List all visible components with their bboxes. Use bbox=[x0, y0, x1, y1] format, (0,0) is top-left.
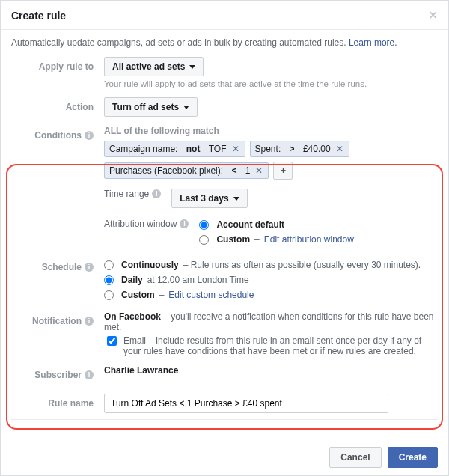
action-dropdown[interactable]: Turn off ad sets bbox=[104, 97, 198, 117]
row-rulename: Rule name bbox=[11, 389, 438, 418]
label-notification: Notification i bbox=[11, 311, 104, 331]
learn-more-link[interactable]: Learn more. bbox=[349, 37, 397, 48]
cancel-button[interactable]: Cancel bbox=[329, 447, 381, 468]
label-action: Action bbox=[11, 97, 104, 117]
apply-dropdown[interactable]: All active ad sets bbox=[104, 57, 204, 76]
schedule-continuous-radio[interactable]: Continuously – Rule runs as often as pos… bbox=[104, 257, 438, 272]
notification-facebook: On Facebook – you'll receive a notificat… bbox=[104, 311, 438, 332]
row-notification: Notification i On Facebook – you'll rece… bbox=[11, 307, 438, 361]
info-icon[interactable]: i bbox=[85, 317, 94, 326]
info-icon[interactable]: i bbox=[180, 219, 189, 228]
row-schedule: Schedule i Continuously – Rule runs as o… bbox=[11, 253, 438, 307]
info-icon[interactable]: i bbox=[85, 131, 94, 140]
apply-hint: Your rule will apply to ad sets that are… bbox=[104, 79, 438, 88]
modal-title: Create rule bbox=[11, 10, 66, 22]
label-apply: Apply rule to bbox=[11, 57, 104, 76]
attrib-default-radio[interactable]: Account default bbox=[199, 217, 353, 232]
intro-text: Automatically update campaigns, ad sets … bbox=[1, 30, 448, 52]
row-action: Action Turn off ad sets bbox=[11, 93, 438, 121]
chip-remove-icon[interactable]: ✕ bbox=[253, 165, 265, 176]
chevron-down-icon bbox=[183, 106, 189, 109]
create-button[interactable]: Create bbox=[388, 447, 438, 468]
modal-footer: Cancel Create bbox=[1, 439, 448, 475]
create-rule-modal: Create rule ✕ Automatically update campa… bbox=[0, 0, 449, 476]
condition-chip[interactable]: Spent: > £40.00 ✕ bbox=[250, 141, 349, 157]
label-rulename: Rule name bbox=[11, 394, 104, 413]
close-icon[interactable]: ✕ bbox=[428, 10, 438, 22]
notification-email-checkbox[interactable]: Email – include results from this rule i… bbox=[104, 332, 438, 356]
condition-chip[interactable]: Purchases (Facebook pixel): < 1 ✕ bbox=[104, 162, 269, 179]
timerange-label: Time range bbox=[104, 189, 149, 199]
row-apply: Apply rule to All active ad sets Your ru… bbox=[11, 52, 438, 93]
schedule-custom-radio[interactable]: Custom – Edit custom schedule bbox=[104, 287, 438, 302]
add-condition-button[interactable]: + bbox=[273, 162, 293, 180]
modal-header: Create rule ✕ bbox=[1, 1, 448, 30]
conditions-all-text: ALL of the following match bbox=[104, 126, 438, 136]
label-subscriber: Subscriber i bbox=[11, 365, 104, 385]
attribution-label: Attribution window bbox=[104, 217, 177, 231]
rulename-input[interactable] bbox=[104, 394, 388, 413]
row-subscriber: Subscriber i Charlie Lawrance bbox=[11, 361, 438, 389]
attrib-custom-radio[interactable]: Custom – Edit attribution window bbox=[199, 232, 353, 247]
condition-chip[interactable]: Campaign name: not TOF ✕ bbox=[104, 141, 245, 157]
timerange-dropdown[interactable]: Last 3 days bbox=[171, 189, 247, 208]
row-conditions: Conditions i ALL of the following match … bbox=[11, 121, 438, 253]
chevron-down-icon bbox=[189, 65, 195, 69]
chevron-down-icon bbox=[233, 197, 239, 201]
edit-schedule-link[interactable]: Edit custom schedule bbox=[168, 290, 254, 300]
info-icon[interactable]: i bbox=[85, 263, 94, 272]
info-icon[interactable]: i bbox=[85, 370, 94, 379]
schedule-daily-radio[interactable]: Daily at 12.00 am London Time bbox=[104, 272, 438, 287]
info-icon[interactable]: i bbox=[152, 189, 161, 198]
subscriber-name: Charlie Lawrance bbox=[104, 365, 178, 376]
label-conditions: Conditions i bbox=[11, 126, 104, 145]
chip-remove-icon[interactable]: ✕ bbox=[230, 144, 242, 154]
edit-attrib-link[interactable]: Edit attribution window bbox=[264, 234, 354, 245]
label-schedule: Schedule i bbox=[11, 257, 104, 277]
chip-remove-icon[interactable]: ✕ bbox=[334, 144, 346, 154]
